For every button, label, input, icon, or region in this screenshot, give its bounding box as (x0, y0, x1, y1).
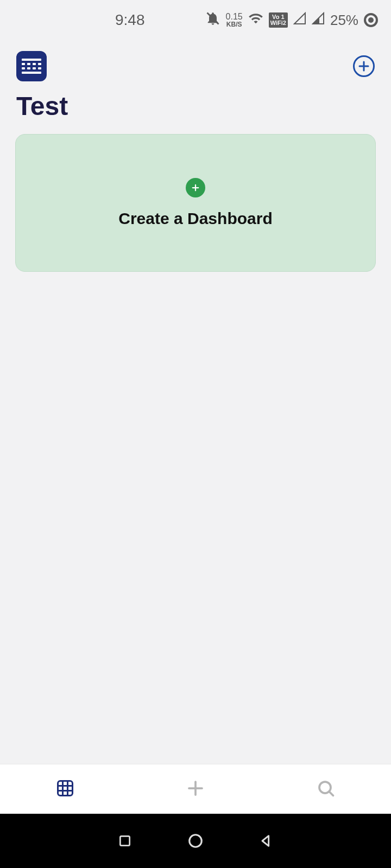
data-rate-indicator: 0.15 KB/S (226, 12, 243, 28)
back-button[interactable] (255, 830, 277, 852)
status-time: 9:48 (115, 11, 145, 29)
nav-search-tab[interactable] (293, 773, 358, 806)
add-button[interactable] (353, 55, 375, 77)
battery-ring-icon (364, 13, 378, 27)
svg-rect-3 (27, 63, 30, 65)
bottom-nav (0, 764, 391, 814)
plus-circle-icon (186, 178, 205, 197)
app-logo-icon[interactable] (16, 51, 47, 81)
wifi-icon (248, 11, 263, 30)
vowifi-badge: Vo 1 WiFi2 (269, 12, 288, 28)
data-rate-unit: KB/S (226, 21, 242, 28)
svg-rect-5 (38, 63, 41, 65)
svg-rect-6 (22, 67, 25, 69)
data-rate-value: 0.15 (226, 12, 243, 21)
grid-icon (55, 778, 75, 800)
notifications-muted-icon (205, 11, 220, 30)
battery-percentage: 25% (330, 12, 358, 29)
home-button[interactable] (185, 830, 206, 852)
svg-line-23 (329, 792, 333, 796)
svg-rect-10 (22, 72, 41, 74)
svg-rect-1 (22, 59, 41, 61)
android-system-nav (0, 814, 391, 868)
status-right-group: 0.15 KB/S Vo 1 WiFi2 25% (205, 11, 378, 30)
android-status-bar: 9:48 0.15 KB/S Vo 1 WiFi2 25% (0, 0, 391, 40)
recent-apps-button[interactable] (114, 830, 136, 852)
create-dashboard-label: Create a Dashboard (118, 209, 272, 228)
svg-rect-7 (27, 67, 30, 69)
nav-add-tab[interactable] (163, 773, 228, 806)
create-dashboard-card[interactable]: Create a Dashboard (15, 134, 376, 272)
app-header (0, 40, 391, 81)
svg-rect-24 (120, 836, 129, 845)
plus-icon (186, 778, 205, 800)
svg-rect-8 (33, 67, 36, 69)
nav-grid-tab[interactable] (33, 773, 98, 806)
svg-rect-15 (58, 781, 73, 795)
svg-point-25 (190, 835, 202, 847)
signal-icon-2 (312, 11, 325, 29)
search-icon (316, 778, 336, 800)
svg-rect-9 (38, 67, 41, 69)
signal-icon-1 (293, 11, 306, 29)
vowifi-line2: WiFi2 (270, 20, 286, 26)
page-title: Test (0, 81, 391, 134)
svg-rect-4 (33, 63, 36, 65)
svg-rect-2 (22, 63, 25, 65)
